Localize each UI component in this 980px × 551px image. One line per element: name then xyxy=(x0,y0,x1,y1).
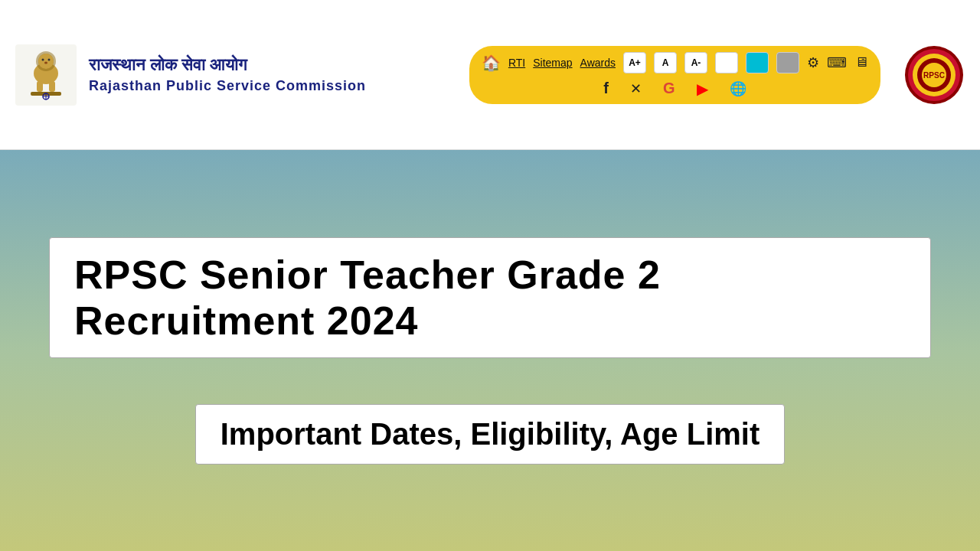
svg-text:RPSC: RPSC xyxy=(923,71,945,80)
svg-point-7 xyxy=(44,61,47,64)
svg-point-6 xyxy=(48,58,51,60)
sitemap-link[interactable]: Sitemap xyxy=(533,57,572,69)
header-left: राजस्थान लोक सेवा आयोग Rajasthan Public … xyxy=(15,44,454,106)
svg-point-4 xyxy=(38,54,54,69)
svg-point-5 xyxy=(42,58,44,60)
main-title: RPSC Senior Teacher Grade 2 Recruitment … xyxy=(74,252,906,344)
home-icon[interactable]: 🏠 xyxy=(482,54,501,72)
toolbar-social: f ✕ G ▶ 🌐 xyxy=(603,80,746,98)
toolbar: 🏠 RTI Sitemap Awards A+ A A- ⚙ ⌨ 🖥 xyxy=(469,46,880,104)
org-hindi: राजस्थान लोक सेवा आयोग xyxy=(89,55,366,75)
svg-rect-9 xyxy=(49,81,55,92)
twitter-icon[interactable]: ✕ xyxy=(630,80,642,97)
color-gray-button[interactable] xyxy=(776,52,799,73)
settings-icon[interactable]: ⚙ xyxy=(807,54,819,71)
color-cyan-button[interactable] xyxy=(746,52,769,73)
main-content: RPSC Senior Teacher Grade 2 Recruitment … xyxy=(0,150,980,551)
font-decrease-button[interactable]: A- xyxy=(684,52,707,73)
globe-icon[interactable]: 🌐 xyxy=(730,80,746,97)
toolbar-top: 🏠 RTI Sitemap Awards A+ A A- ⚙ ⌨ 🖥 xyxy=(482,52,868,73)
color-white-button[interactable] xyxy=(715,52,738,73)
font-normal-button[interactable]: A xyxy=(654,52,677,73)
org-text: राजस्थान लोक सेवा आयोग Rajasthan Public … xyxy=(89,55,366,94)
org-english: Rajasthan Public Service Commission xyxy=(89,78,366,94)
monitor-icon[interactable]: 🖥 xyxy=(854,54,868,70)
header: राजस्थान लोक सेवा आयोग Rajasthan Public … xyxy=(0,0,980,150)
youtube-icon[interactable]: ▶ xyxy=(697,80,708,98)
right-emblem: RPSC xyxy=(903,44,965,106)
font-increase-button[interactable]: A+ xyxy=(623,52,646,73)
svg-rect-8 xyxy=(37,81,43,92)
rti-link[interactable]: RTI xyxy=(508,57,525,69)
main-title-box: RPSC Senior Teacher Grade 2 Recruitment … xyxy=(49,237,931,358)
subtitle-box: Important Dates, Eligibility, Age Limit xyxy=(195,404,786,465)
keyboard-icon[interactable]: ⌨ xyxy=(827,54,847,71)
facebook-icon[interactable]: f xyxy=(603,80,609,97)
main-subtitle: Important Dates, Eligibility, Age Limit xyxy=(220,417,760,452)
awards-link[interactable]: Awards xyxy=(580,57,616,69)
ashoka-emblem-left xyxy=(15,44,77,106)
google-icon[interactable]: G xyxy=(663,80,675,97)
